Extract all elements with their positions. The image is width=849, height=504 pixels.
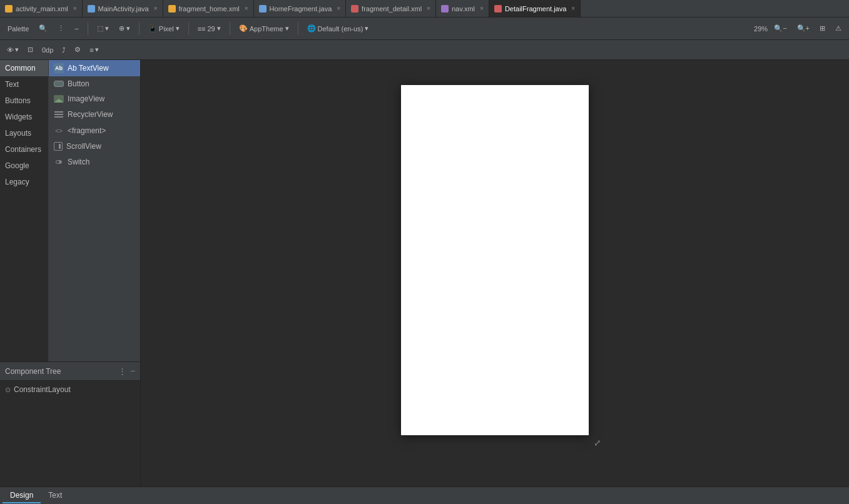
category-google-label: Google: [5, 161, 29, 170]
bottom-tab-text[interactable]: Text: [41, 488, 69, 503]
bottom-tab-text-label: Text: [48, 491, 62, 500]
category-text-label: Text: [5, 80, 19, 89]
fit-button[interactable]: ⊞: [816, 21, 829, 36]
warning-icon: ⚠: [835, 24, 841, 33]
tab-fragment-home[interactable]: fragment_home.xml ×: [163, 0, 254, 18]
tab-mainactivity[interactable]: MainActivity.java ×: [83, 0, 163, 18]
orientation-button[interactable]: ⬚ ▾: [93, 21, 113, 36]
tree-minimize-button[interactable]: −: [130, 366, 135, 376]
tab-close-activity-main[interactable]: ×: [73, 5, 77, 12]
warning-button[interactable]: ⚠: [831, 21, 845, 36]
snap-icon: ⤴: [62, 46, 66, 54]
component-recyclerview-label: RecyclerView: [68, 110, 113, 119]
api-button[interactable]: ≡≡ 29 ▾: [194, 21, 225, 36]
component-imageview-label: ImageView: [68, 94, 104, 103]
tab-close-detailfragment[interactable]: ×: [571, 5, 575, 12]
category-list: Common Text Buttons Widgets Layouts: [0, 60, 49, 361]
textview-icon: Ab: [54, 63, 64, 73]
left-panel: Common Text Buttons Widgets Layouts: [0, 60, 141, 486]
tab-label-fragment-detail: fragment_detail.xml: [362, 5, 422, 13]
tab-homefragment[interactable]: HomeFragment.java ×: [254, 0, 347, 18]
tab-close-nav[interactable]: ×: [480, 5, 484, 12]
component-textview[interactable]: Ab Ab TextView: [49, 60, 140, 76]
component-tree-body: ⊙ ConstraintLayout: [0, 381, 140, 486]
more-options-button[interactable]: ⋮: [54, 21, 68, 36]
zoom-out-icon: 🔍−: [774, 24, 786, 33]
constraint-button[interactable]: ⊕ ▾: [115, 21, 134, 36]
resize-handle[interactable]: ⤢: [594, 438, 601, 448]
tab-detailfragment[interactable]: DetailFragment.java ×: [489, 0, 581, 18]
tab-close-homefragment[interactable]: ×: [337, 5, 340, 12]
zoom-out-button[interactable]: 🔍−: [770, 21, 790, 36]
component-recyclerview[interactable]: RecyclerView: [49, 106, 140, 123]
category-buttons-label: Buttons: [5, 96, 31, 105]
theme-button[interactable]: 🎨 AppTheme ▾: [235, 21, 293, 36]
zoom-in-button[interactable]: 🔍+: [793, 21, 813, 36]
tab-label-homefragment: HomeFragment.java: [270, 5, 332, 13]
align-button[interactable]: ≡ ▾: [86, 43, 101, 58]
settings-button[interactable]: ⚙: [71, 43, 84, 58]
tab-close-fragment-detail[interactable]: ×: [427, 5, 430, 12]
toolbar-divider-3: [188, 23, 189, 35]
align-chevron: ▾: [95, 46, 99, 54]
bottom-tab-design-label: Design: [10, 491, 33, 500]
snap-button[interactable]: ⤴: [59, 43, 69, 58]
category-containers[interactable]: Containers: [0, 141, 48, 158]
category-google[interactable]: Google: [0, 158, 48, 174]
canvas-area[interactable]: ⤢: [141, 60, 849, 486]
switch-icon: [54, 157, 64, 167]
tab-close-mainactivity[interactable]: ×: [154, 5, 158, 12]
component-tree-section: Component Tree ⋮ − ⊙ ConstraintLayout: [0, 361, 140, 486]
search-button[interactable]: 🔍: [35, 21, 51, 36]
component-list: Ab Ab TextView Button ImageView: [49, 60, 140, 361]
margin-button[interactable]: 0dp: [39, 43, 56, 58]
component-switch[interactable]: Switch: [49, 154, 140, 170]
component-imageview[interactable]: ImageView: [49, 91, 140, 106]
device-section: 📱 Pixel ▾: [145, 21, 183, 36]
toolbar-divider-1: [88, 23, 88, 35]
align-icon: ≡: [89, 46, 93, 54]
bottom-tab-design[interactable]: Design: [3, 488, 41, 503]
chevron-down-icon: ▾: [176, 24, 180, 33]
device-label: Pixel: [159, 25, 174, 33]
search-icon: 🔍: [39, 24, 48, 33]
eye-button[interactable]: 👁 ▾: [4, 43, 22, 58]
api-label: 29: [208, 25, 215, 33]
category-legacy[interactable]: Legacy: [0, 174, 48, 190]
category-widgets[interactable]: Widgets: [0, 109, 48, 125]
tab-close-fragment-home[interactable]: ×: [245, 5, 248, 12]
locale-button[interactable]: 🌐 Default (en-us) ▾: [303, 21, 373, 36]
tab-icon-activity-main: [5, 5, 13, 13]
tab-activity-main[interactable]: activity_main.xml ×: [0, 0, 83, 18]
category-layouts[interactable]: Layouts: [0, 125, 48, 141]
category-text[interactable]: Text: [0, 76, 48, 93]
component-button[interactable]: Button: [49, 76, 140, 91]
device-button[interactable]: 📱 Pixel ▾: [145, 21, 183, 36]
viewport-button[interactable]: ⊡: [24, 43, 36, 58]
component-fragment[interactable]: <> <fragment>: [49, 123, 140, 139]
tree-item-constraintlayout[interactable]: ⊙ ConstraintLayout: [5, 383, 135, 396]
component-textview-label: Ab TextView: [68, 64, 109, 73]
tab-fragment-detail[interactable]: fragment_detail.xml ×: [346, 0, 436, 18]
design-toolbar: 👁 ▾ ⊡ 0dp ⤴ ⚙ ≡ ▾: [0, 40, 849, 60]
scrollview-icon: [54, 142, 63, 151]
viewport-icon: ⊡: [28, 46, 33, 54]
eye-chevron: ▾: [15, 46, 19, 54]
fit-icon: ⊞: [820, 24, 825, 33]
component-scrollview[interactable]: ScrollView: [49, 139, 140, 154]
tree-more-button[interactable]: ⋮: [118, 366, 126, 376]
main-content: Common Text Buttons Widgets Layouts: [0, 60, 849, 486]
tab-icon-homefragment: [259, 5, 267, 13]
api-icon: ≡≡: [198, 25, 206, 33]
category-common[interactable]: Common: [0, 60, 48, 76]
fragment-icon: <>: [54, 126, 64, 136]
tab-nav[interactable]: nav.xml ×: [436, 0, 489, 18]
category-buttons[interactable]: Buttons: [0, 93, 48, 109]
tab-label-nav: nav.xml: [452, 5, 475, 13]
recyclerview-icon: [54, 109, 64, 119]
tab-icon-nav: [441, 5, 449, 13]
settings-icon: ⚙: [74, 46, 81, 54]
tab-label-fragment-home: fragment_home.xml: [179, 5, 240, 13]
minimize-button[interactable]: −: [71, 21, 82, 36]
margin-label: 0dp: [42, 46, 53, 54]
